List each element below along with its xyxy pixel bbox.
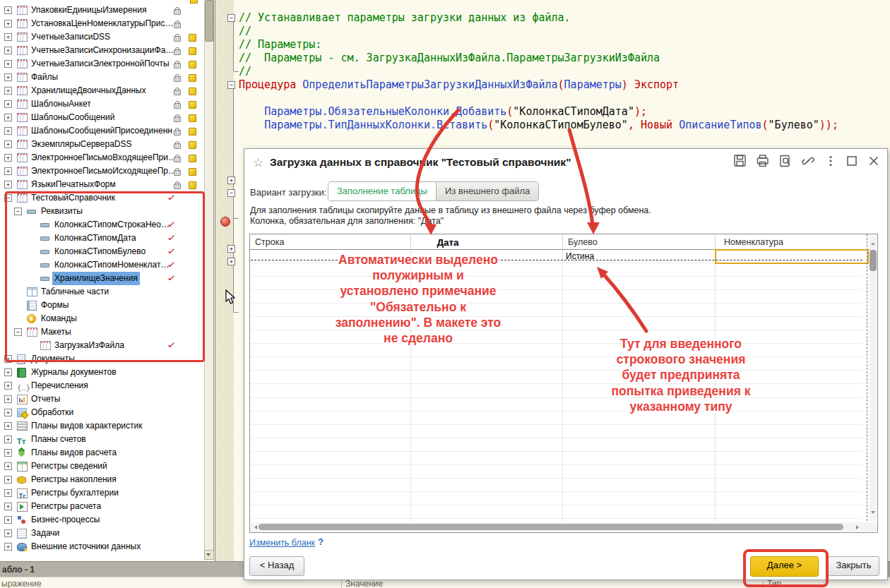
tree-item-label[interactable]: Планы видов характеристик [31,419,142,433]
tree-item-label[interactable]: ЭлектронноеПисьмоИсходящееПр… [31,164,177,178]
tree-item-label[interactable]: УчетныеЗаписиСинхронизацииФа… [31,44,174,57]
tree-item[interactable]: УстановкаЦенНоменклатурыПрис… [0,17,203,30]
expand-icon[interactable] [4,33,12,41]
expand-icon[interactable] [4,516,12,524]
tree-item-label[interactable]: УчетныеЗаписиЭлектроннойПочты [31,57,170,71]
tree-item[interactable]: Внешние источники данных [0,540,203,553]
tree-item[interactable]: Обработки [0,406,203,419]
scroll-right-icon[interactable] [856,525,861,529]
tree-item[interactable]: ШаблоныСообщений [0,111,203,124]
expand-icon[interactable] [4,60,12,68]
tree-item-label[interactable]: Регистры расчета [31,500,101,513]
tree-item-label[interactable]: ШаблоныАнкет [31,97,91,111]
table-vertical-scrollbar[interactable] [870,235,877,521]
column-header-date[interactable]: Дата [413,237,483,248]
fold-expand-icon[interactable] [227,245,235,253]
tree-item-label[interactable]: ЯзыкиПечатныхФорм [31,178,116,191]
tree-item[interactable]: УчетныеЗаписиСинхронизацииФа… [0,44,203,57]
expand-icon[interactable] [4,100,12,108]
more-icon[interactable] [824,154,838,168]
code-editor[interactable]: // Устанавливает параметры загрузки данн… [239,11,889,132]
expand-icon[interactable] [4,449,12,457]
fold-expand-icon[interactable] [227,258,235,265]
close-icon[interactable] [867,154,881,168]
breakpoint-icon[interactable] [220,217,230,227]
tree-item-label[interactable]: Внешние источники данных [31,540,141,553]
tree-item[interactable]: Отчеты [0,392,203,406]
tree-item[interactable]: Задачи [0,527,203,540]
change-form-link[interactable]: Изменить бланк [249,537,315,548]
tree-item[interactable]: ЭлектронноеПисьмоВходящееПри… [0,151,203,164]
column-header-boolean[interactable]: Булево [568,237,598,248]
favorite-star-icon[interactable]: ☆ [253,155,263,169]
fold-collapse-icon[interactable] [227,14,235,22]
tab-from-external-file[interactable]: Из внешнего файла [436,182,538,200]
tree-scrollbar-thumb[interactable] [205,0,213,42]
tree-item[interactable]: ХранилищеДвоичныхДанных [0,84,203,97]
expand-icon[interactable] [4,395,12,403]
expand-icon[interactable] [4,489,12,497]
expand-icon[interactable] [4,181,12,188]
tree-item[interactable]: Планы видов характеристик [0,419,203,433]
tree-item-label[interactable]: Регистры бухгалтерии [31,486,119,500]
save-icon[interactable] [733,154,747,168]
expand-icon[interactable] [4,73,12,81]
tree-item-label[interactable]: Регистры накопления [31,473,117,486]
column-header-nomenclature[interactable]: Номенклатура [724,237,783,248]
expand-icon[interactable] [4,140,12,148]
tree-item-label[interactable]: Перечисления [31,379,88,392]
back-button[interactable]: < Назад [249,556,304,576]
tree-item[interactable]: УчетныеЗаписиЭлектроннойПочты [0,57,203,71]
tree-item[interactable]: Регистры сведений [0,460,203,473]
active-cell[interactable] [715,249,869,264]
expand-icon[interactable] [4,382,12,390]
tree-item[interactable]: УпаковкиЕдиницыИзмерения [0,4,203,17]
table-horizontal-scrollbar-thumb[interactable] [259,524,843,530]
tree-item[interactable]: ЭкземплярыСервераDSS [0,138,203,151]
close-button[interactable]: Закрыть [828,556,879,576]
expand-icon[interactable] [4,167,12,175]
expand-icon[interactable] [4,476,12,484]
tree-item-label[interactable]: Файлы [31,71,58,84]
tree-item[interactable]: ШаблоныАнкет [0,97,203,111]
tree-item[interactable]: Планы видов расчета [0,446,203,460]
tree-scrollbar[interactable] [204,0,213,558]
tree-item-label[interactable]: ЭлектронноеПисьмоВходящееПри… [31,151,177,164]
expand-icon[interactable] [4,462,12,470]
print-icon[interactable] [756,154,770,168]
expand-icon[interactable] [4,127,12,135]
tree-item[interactable]: УчетныеЗаписиDSS [0,30,203,44]
tree-item[interactable]: Регистры накопления [0,473,203,486]
tree-item[interactable]: ЭлектронноеПисьмоИсходящееПр… [0,164,203,178]
expand-icon[interactable] [4,47,12,54]
preview-icon[interactable] [778,154,793,168]
tree-item[interactable]: Перечисления [0,379,203,392]
tree-item-label[interactable]: УчетныеЗаписиDSS [31,30,110,44]
expand-icon[interactable] [4,154,12,162]
tree-item-label[interactable]: УстановкаЦенНоменклатурыПрис… [31,17,173,30]
tree-item-label[interactable]: ХранилищеДвоичныхДанных [31,84,146,97]
tree-item-label[interactable]: УпаковкиЕдиницыИзмерения [31,4,146,17]
tree-item[interactable]: Регистры бухгалтерии [0,486,203,500]
expand-icon[interactable] [4,436,12,443]
tree-item-label[interactable]: ЭкземплярыСервераDSS [31,138,132,151]
expand-icon[interactable] [4,114,12,121]
tree-item-label[interactable]: Обработки [31,406,73,419]
expand-icon[interactable] [4,87,12,95]
tree-item[interactable]: Файлы [0,71,203,84]
scroll-down-icon[interactable] [871,511,875,516]
tree-item[interactable]: Планы счетов [0,433,203,446]
maximize-icon[interactable] [845,154,859,168]
tree-item-label[interactable]: Бизнес-процессы [31,513,100,527]
link-icon[interactable] [801,154,815,168]
table-vertical-scrollbar-thumb[interactable] [870,250,877,271]
tree-item-label[interactable]: Отчеты [31,392,60,406]
scroll-left-icon[interactable] [252,525,257,529]
tree-item-label[interactable]: Планы счетов [31,433,86,446]
expand-icon[interactable] [4,503,12,510]
tree-item[interactable]: ШаблоныСообщенийПрисоединенн… [0,124,203,138]
tab-fill-table[interactable]: Заполнение таблицы [328,182,436,200]
column-header-string[interactable]: Строка [255,237,284,248]
expand-icon[interactable] [4,529,12,537]
help-link[interactable]: ? [318,536,324,548]
